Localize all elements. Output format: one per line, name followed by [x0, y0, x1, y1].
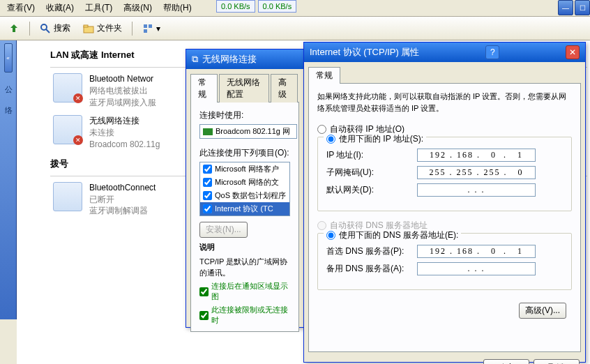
menu-advanced[interactable]: 高级(N): [119, 1, 156, 15]
svg-line-1: [46, 29, 50, 33]
connect-using-label: 连接时使用:: [199, 109, 290, 121]
modem-icon: [53, 182, 82, 211]
svg-point-0: [41, 24, 47, 30]
tab-general[interactable]: 常规: [190, 74, 218, 103]
manual-ip-radio[interactable]: 使用下面的 IP 地址(S):: [324, 133, 426, 145]
wifi-icon: [53, 115, 82, 144]
up-button[interactable]: [4, 21, 24, 36]
nic-icon: [203, 128, 213, 135]
dns2-label: 备用 DNS 服务器(A):: [326, 263, 417, 275]
sidebar-toggle[interactable]: «: [4, 43, 13, 73]
svg-rect-3: [84, 25, 88, 27]
titlebar[interactable]: Internet 协议 (TCP/IP) 属性 ? ✕: [304, 43, 585, 62]
adapter-name: Broadcom 802.11g 网: [215, 126, 290, 137]
menu-favorites[interactable]: 收藏(A): [42, 1, 78, 15]
desc-text: TCP/IP 是默认的广域网协的通讯。: [199, 257, 290, 278]
ip-label: IP 地址(I):: [326, 149, 417, 161]
list-item[interactable]: Microsoft 网络客户: [200, 162, 289, 176]
network-icon: [53, 73, 82, 103]
adapter-combo[interactable]: Broadcom 802.11g 网: [199, 124, 297, 139]
speed-tray: 0.0 KB/s 0.0 KB/s: [216, 0, 296, 13]
window-title: 无线网络连接: [202, 53, 257, 66]
conn-status: 未连接: [89, 127, 160, 139]
window-controls: — ☐: [557, 0, 590, 15]
checkbox[interactable]: [203, 178, 212, 187]
network-icon: ⧉: [192, 54, 198, 65]
conn-device: 蓝牙调制解调器: [89, 205, 156, 217]
conn-name: BluetoothConnect: [89, 182, 156, 194]
speed-down: 0.0 KB/s: [216, 0, 255, 13]
gateway-label: 默认网关(D):: [326, 184, 417, 196]
tab-advanced[interactable]: 高级: [271, 74, 298, 103]
svg-rect-6: [144, 29, 147, 33]
close-button[interactable]: ✕: [566, 45, 580, 59]
manual-dns-radio[interactable]: 使用下面的 DNS 服务器地址(E):: [324, 229, 461, 241]
search-button[interactable]: 搜索: [36, 20, 75, 36]
conn-device: Broadcom 802.11g: [89, 139, 160, 151]
conn-name: 无线网络连接: [89, 115, 160, 127]
manual-ip-group: 使用下面的 IP 地址(S): IP 地址(I): 子网掩码(U): 默认网关(…: [317, 137, 572, 211]
notify-checkbox[interactable]: 连接后在通知区域显示图: [199, 281, 290, 302]
ok-button[interactable]: 确定: [483, 359, 529, 364]
list-item[interactable]: Internet 协议 (TC: [200, 202, 289, 215]
tcpip-properties-window: Internet 协议 (TCP/IP) 属性 ? ✕ 常规 如果网络支持此功能…: [303, 42, 586, 363]
checkbox[interactable]: [203, 191, 212, 200]
sidebar: « 公 络: [0, 40, 17, 319]
info-text: 如果网络支持此功能，则可以获取自动指派的 IP 设置。否则，您需要从网络系统管理…: [317, 91, 572, 114]
conn-device: 蓝牙局域网接入服: [89, 97, 156, 109]
list-item[interactable]: QoS 数据包计划程序: [200, 189, 289, 202]
protocol-list[interactable]: Microsoft 网络客户 Microsoft 网络的文 QoS 数据包计划程…: [199, 162, 290, 216]
minimize-button[interactable]: —: [558, 0, 573, 15]
manual-dns-group: 使用下面的 DNS 服务器地址(E): 首选 DNS 服务器(P): 备用 DN…: [317, 233, 572, 290]
menu-help[interactable]: 帮助(H): [159, 1, 196, 15]
menu-tools[interactable]: 工具(T): [81, 1, 116, 15]
dns1-label: 首选 DNS 服务器(P):: [326, 245, 417, 257]
mask-input[interactable]: [417, 166, 536, 179]
help-button[interactable]: ?: [485, 45, 499, 59]
mask-label: 子网掩码(U):: [326, 167, 417, 179]
gateway-input[interactable]: [417, 183, 536, 197]
conn-status: 已断开: [89, 194, 156, 206]
tabs: 常规 无线网络配置 高级: [190, 73, 299, 102]
tab-wifi[interactable]: 无线网络配置: [219, 74, 269, 103]
titlebar[interactable]: ⧉ 无线网络连接: [186, 50, 303, 69]
desc-title: 说明: [199, 243, 215, 251]
menu-view[interactable]: 查看(V): [3, 1, 39, 15]
folders-label: 文件夹: [97, 22, 122, 34]
tabs: 常规: [308, 66, 581, 83]
toolbar: 搜索 文件夹 ▾: [0, 17, 590, 40]
folders-button[interactable]: 文件夹: [79, 20, 126, 36]
search-label: 搜索: [54, 22, 70, 34]
maximize-button[interactable]: ☐: [575, 0, 590, 15]
items-label: 此连接使用下列项目(O):: [199, 147, 290, 159]
conn-status: 网络电缆被拔出: [89, 85, 156, 97]
limited-checkbox[interactable]: 此连接被限制或无连接时: [199, 305, 290, 326]
tab-content: 连接时使用: Broadcom 802.11g 网 此连接使用下列项目(O): …: [190, 102, 299, 332]
cancel-button[interactable]: 取消: [534, 359, 580, 364]
window-title: Internet 协议 (TCP/IP) 属性: [310, 46, 419, 59]
view-mode-button[interactable]: ▾: [138, 21, 165, 36]
dns2-input[interactable]: [417, 262, 536, 275]
tab-general[interactable]: 常规: [308, 67, 340, 84]
svg-rect-7: [203, 128, 213, 135]
dns1-input[interactable]: [417, 245, 536, 258]
advanced-button[interactable]: 高级(V)...: [519, 303, 566, 319]
checkbox[interactable]: [203, 204, 212, 213]
list-item[interactable]: Microsoft 网络的文: [200, 176, 289, 189]
install-button[interactable]: 安装(N)...: [199, 222, 248, 238]
wireless-properties-window: ⧉ 无线网络连接 常规 无线网络配置 高级 连接时使用: Broadcom 80…: [186, 49, 304, 328]
checkbox[interactable]: [203, 165, 212, 174]
tab-content: 如果网络支持此功能，则可以获取自动指派的 IP 设置。否则，您需要从网络系统管理…: [308, 83, 581, 352]
ip-input[interactable]: [417, 149, 536, 162]
svg-rect-4: [144, 24, 147, 28]
svg-rect-5: [149, 24, 152, 28]
conn-name: Bluetooth Networ: [89, 73, 156, 85]
speed-up: 0.0 KB/s: [258, 0, 297, 13]
